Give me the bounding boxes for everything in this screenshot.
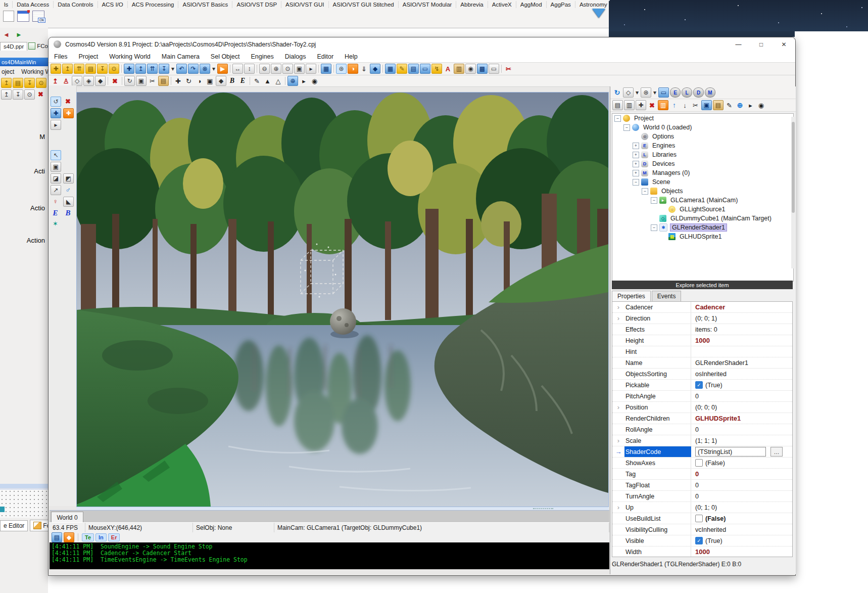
clone-object-icon[interactable]: ▣ xyxy=(51,162,61,172)
property-name[interactable]: VisibilityCulling xyxy=(624,524,691,535)
gender-icon[interactable]: ♂ xyxy=(63,185,73,194)
star-tool-icon[interactable]: ✶ xyxy=(51,219,60,228)
explore-selected-item-bar[interactable]: Explore selected item xyxy=(612,281,793,289)
project-save-icon[interactable]: ▤ xyxy=(85,64,96,74)
property-name[interactable]: Tag xyxy=(624,469,691,479)
titlebar[interactable]: Cosmos4D Version 8.91 Project: D:\aaProj… xyxy=(49,37,795,51)
world-undo-icon[interactable]: ↶ xyxy=(176,64,187,74)
refresh-icon[interactable]: ↻ xyxy=(124,76,135,86)
move-up-icon[interactable]: ↑ xyxy=(669,101,679,110)
property-value[interactable]: Cadencer xyxy=(695,303,725,311)
property-row[interactable]: RenderChildren GLHUDSprite1 xyxy=(612,413,792,424)
property-row[interactable]: ShowAxes (False) xyxy=(612,458,792,469)
delete-item-icon[interactable]: ✖ xyxy=(647,101,657,110)
tree-item-label[interactable]: Managers (0) xyxy=(651,169,691,176)
globe-target-icon[interactable]: ⊕ xyxy=(287,76,298,86)
close-button[interactable]: ✕ xyxy=(773,37,795,51)
camera-select-icon[interactable]: ▸ xyxy=(306,64,316,74)
letter-b-icon[interactable]: B xyxy=(63,208,73,217)
tree-item-label[interactable]: GLCamera1 (MainCam) xyxy=(669,197,739,204)
sync-icon[interactable]: ↻ xyxy=(612,88,622,97)
property-row[interactable]: Name GLRenderShader1 xyxy=(612,357,792,369)
new-behaviour-menu-icon[interactable]: ▾ xyxy=(652,88,657,97)
tree-item[interactable]: + D Devices xyxy=(612,159,793,168)
world-redo-icon[interactable]: ↷ xyxy=(188,64,199,74)
rename-icon[interactable]: ✎ xyxy=(725,101,734,110)
property-expand-chevron[interactable]: › xyxy=(612,314,624,322)
tree-expander-icon[interactable]: + xyxy=(633,170,639,176)
tree-expander-icon[interactable]: + xyxy=(633,161,639,167)
delete-icon[interactable]: ✖ xyxy=(36,89,45,99)
tree-item-label[interactable]: Devices xyxy=(651,160,676,167)
forward-arrow-icon[interactable]: ► xyxy=(16,31,22,38)
palette-tab[interactable]: ls xyxy=(0,1,13,8)
cube-down-icon[interactable]: ↧ xyxy=(13,89,23,100)
menu-item[interactable]: Sel Object xyxy=(205,53,246,60)
tree-item[interactable]: − Objects xyxy=(612,187,793,196)
marker-up-icon[interactable]: ↥ xyxy=(51,76,60,85)
camera-item-icon[interactable]: ▸ xyxy=(746,101,755,110)
clear-log-icon[interactable]: ◆ xyxy=(64,532,74,542)
property-expand-chevron[interactable]: › xyxy=(612,303,624,311)
world-close-menu-icon[interactable]: ▾ xyxy=(211,64,216,73)
shader-editor-icon[interactable]: ✎ xyxy=(397,64,407,74)
property-name[interactable]: TagFloat xyxy=(624,480,691,490)
transform-box-icon[interactable]: ▣ xyxy=(205,76,215,85)
print-icon[interactable]: ▭ xyxy=(489,64,499,74)
world-run-icon[interactable]: ▶ xyxy=(217,64,228,74)
erase-icon[interactable]: ◩ xyxy=(63,173,74,184)
tree-item-label[interactable]: World 0 (Loaded) xyxy=(642,124,693,131)
property-value[interactable]: GLHUDSprite1 xyxy=(695,415,741,422)
tree-item-label[interactable]: Objects xyxy=(660,188,684,195)
background-window-titlebar[interactable]: os4DMainWin xyxy=(0,58,48,66)
property-name[interactable]: Height xyxy=(624,335,691,346)
property-row[interactable]: Tag 0 xyxy=(612,469,792,480)
property-row[interactable]: RollAngle 0 xyxy=(612,424,792,435)
tree-item[interactable]: − Project xyxy=(612,114,793,123)
property-row[interactable]: › Cadencer Cadencer xyxy=(612,302,792,313)
tree-item[interactable]: ▦ GLHUDSprite1 xyxy=(612,232,793,241)
copy-icon[interactable]: ▣ xyxy=(136,76,147,86)
property-row[interactable]: Hint xyxy=(612,346,792,357)
save-down-icon[interactable]: ↧ xyxy=(24,78,35,88)
property-row[interactable]: ObjectsSorting osInherited xyxy=(612,369,792,380)
tree-item[interactable]: ☼ GLLightSource1 xyxy=(612,205,793,214)
palette-tab[interactable]: ACS I/O xyxy=(98,1,128,8)
palette-tab[interactable]: ASIO/VST Basics xyxy=(178,1,232,8)
maximize-button[interactable]: □ xyxy=(750,37,773,51)
rotate-time-icon[interactable]: ◑ xyxy=(195,76,204,85)
cube-add-icon[interactable]: ◈ xyxy=(83,76,94,86)
property-value[interactable]: 0 xyxy=(695,470,699,478)
move-icon[interactable]: ✚ xyxy=(173,76,183,85)
property-checkbox[interactable] xyxy=(695,381,703,389)
minimize-button[interactable]: — xyxy=(727,37,750,51)
tree-item[interactable]: − World 0 (Loaded) xyxy=(612,123,793,132)
log-console[interactable]: [4:41:11 PM] SoundEngine -> Sound Engine… xyxy=(50,542,609,569)
tree-expander-icon[interactable]: + xyxy=(633,143,639,149)
menu-item[interactable]: Files xyxy=(49,53,73,60)
add-world-icon[interactable]: ✚ xyxy=(636,100,646,110)
tree-item-label[interactable]: Scene xyxy=(651,178,671,186)
zoom-out-icon[interactable]: ⊖ xyxy=(259,64,270,74)
property-row[interactable]: Height 1000 xyxy=(612,335,792,346)
menu-item[interactable]: Project xyxy=(73,53,104,60)
property-row[interactable]: TurnAngle 0 xyxy=(612,491,792,502)
export-down-icon[interactable]: ⇓ xyxy=(359,64,369,73)
new-object-menu-icon[interactable]: ▾ xyxy=(635,88,640,97)
db-engines-icon[interactable]: E xyxy=(670,87,681,98)
image-tool-icon[interactable]: ▦ xyxy=(321,64,331,74)
property-value[interactable]: 0 xyxy=(695,393,699,400)
property-name[interactable]: Scale xyxy=(624,435,691,446)
world-new-icon[interactable]: ✚ xyxy=(124,64,134,74)
paint-icon[interactable]: ◆ xyxy=(216,76,226,86)
scrollbar-thumb[interactable] xyxy=(792,122,795,213)
script-editor-icon[interactable]: ↯ xyxy=(431,64,442,74)
tree-expander-icon[interactable]: − xyxy=(614,115,621,122)
tree-expander-icon[interactable]: − xyxy=(633,179,639,186)
property-name[interactable]: Visible xyxy=(624,535,691,546)
unpack-icon[interactable]: ▥ xyxy=(624,100,635,110)
visibility-eye-icon[interactable]: ◉ xyxy=(310,76,319,85)
property-value[interactable]: 0 xyxy=(695,426,699,433)
ink-run-icon[interactable]: ◆ xyxy=(370,64,380,74)
property-row[interactable]: Visible (True) xyxy=(612,535,792,546)
